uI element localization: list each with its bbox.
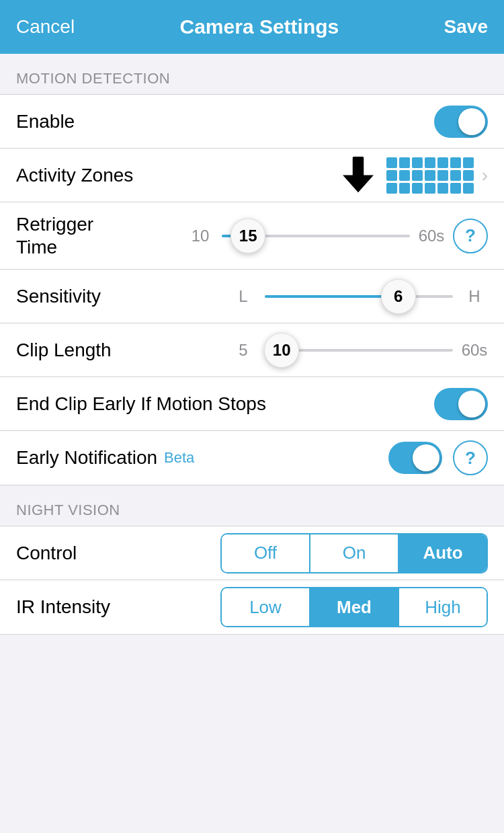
retrigger-min-label: 10: [187, 227, 214, 245]
page-title: Camera Settings: [180, 15, 339, 38]
sensitivity-track: [265, 295, 453, 298]
header: Cancel Camera Settings Save: [0, 0, 504, 54]
sensitivity-label: Sensitivity: [16, 286, 101, 307]
early-notification-help-button[interactable]: ?: [453, 440, 488, 475]
control-on-button[interactable]: On: [310, 534, 398, 572]
retrigger-max-label: 60s: [418, 227, 445, 245]
sensitivity-row: Sensitivity L 6 H: [0, 270, 504, 323]
control-off-button[interactable]: Off: [222, 534, 309, 572]
motion-detection-group: Enable Activity Zones ›: [0, 94, 504, 485]
sensitivity-max-label: H: [461, 287, 488, 306]
clip-length-slider-container: 5 10 60s: [112, 337, 488, 364]
enable-label: Enable: [16, 111, 75, 132]
clip-length-thumb[interactable]: 10: [264, 333, 299, 368]
clip-length-max-label: 60s: [461, 341, 488, 360]
retrigger-thumb[interactable]: 15: [230, 219, 265, 253]
ir-low-button[interactable]: Low: [222, 588, 309, 626]
enable-toggle[interactable]: [434, 106, 488, 138]
ir-intensity-segmented: Low Med High: [220, 587, 488, 627]
retrigger-time-row: Retrigger Time 10 15 60s ?: [0, 202, 504, 270]
ir-med-button[interactable]: Med: [310, 588, 398, 626]
early-notification-label: Early Notification: [16, 447, 157, 469]
motion-detection-section-label: MOTION DETECTION: [0, 54, 504, 94]
chevron-right-icon: ›: [482, 165, 488, 186]
sensitivity-slider[interactable]: 6: [265, 283, 453, 310]
clip-length-label: Clip Length: [16, 340, 112, 361]
clip-length-row: Clip Length 5 10 60s: [0, 323, 504, 377]
end-clip-early-toggle[interactable]: [434, 388, 488, 420]
zone-grid-icon: [386, 157, 474, 194]
sensitivity-fill: [265, 295, 398, 298]
end-clip-early-row: End Clip Early If Motion Stops: [0, 377, 504, 431]
early-notification-row: Early Notification Beta ?: [0, 431, 504, 485]
control-segmented: Off On Auto: [220, 533, 488, 573]
ir-intensity-row: IR Intensity Low Med High: [0, 580, 504, 634]
toggle-knob: [458, 391, 485, 418]
early-notification-label-group: Early Notification Beta: [16, 447, 194, 469]
retrigger-time-slider-container: 10 15 60s ?: [93, 219, 488, 253]
night-vision-section-label: NIGHT VISION: [0, 485, 504, 526]
activity-zones-arrow-icon: [338, 155, 378, 196]
ir-high-button[interactable]: High: [399, 588, 487, 626]
early-notification-right: ?: [388, 440, 488, 475]
end-clip-early-label: End Clip Early If Motion Stops: [16, 393, 266, 415]
sensitivity-min-label: L: [230, 287, 257, 306]
sensitivity-slider-container: L 6 H: [101, 283, 488, 310]
enable-row: Enable: [0, 95, 504, 149]
retrigger-time-slider[interactable]: 15: [222, 223, 410, 249]
night-vision-group: Control Off On Auto IR Intensity Low Med…: [0, 526, 504, 635]
retrigger-help-button[interactable]: ?: [453, 219, 488, 253]
sensitivity-thumb[interactable]: 6: [381, 279, 416, 314]
svg-marker-1: [343, 175, 374, 193]
control-auto-button[interactable]: Auto: [399, 534, 487, 572]
retrigger-time-label: Retrigger Time: [16, 213, 93, 258]
save-button[interactable]: Save: [444, 16, 488, 38]
activity-zones-right: ›: [338, 155, 488, 196]
control-row: Control Off On Auto: [0, 526, 504, 580]
early-notification-toggle[interactable]: [388, 442, 442, 474]
cancel-button[interactable]: Cancel: [16, 16, 75, 38]
toggle-knob: [413, 444, 439, 471]
beta-badge: Beta: [164, 449, 194, 467]
activity-zones-label: Activity Zones: [16, 165, 133, 186]
clip-length-min-label: 5: [230, 341, 257, 360]
ir-intensity-label: IR Intensity: [16, 596, 110, 618]
activity-zones-row[interactable]: Activity Zones ›: [0, 149, 504, 202]
toggle-knob: [458, 108, 485, 135]
clip-length-slider[interactable]: 10: [265, 337, 453, 364]
control-label: Control: [16, 543, 77, 564]
